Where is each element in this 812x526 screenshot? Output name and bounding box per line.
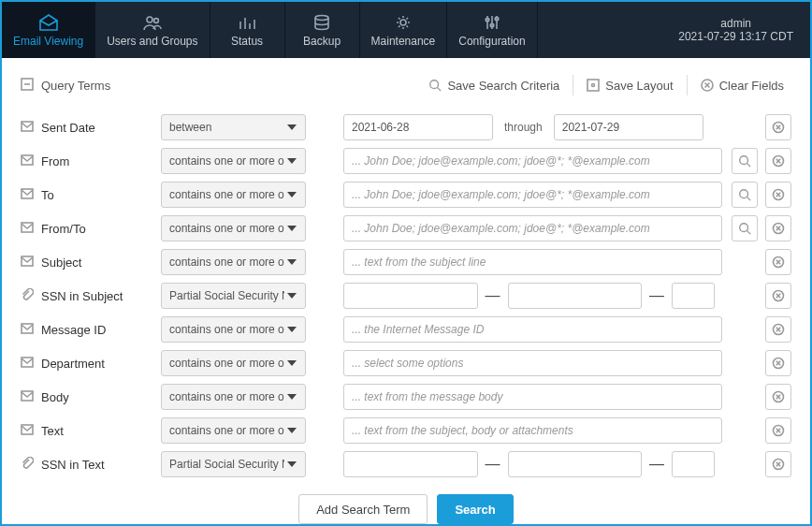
input-from-to[interactable] (343, 215, 722, 241)
op-subject[interactable]: contains one or more of (161, 249, 306, 275)
op-message-id[interactable]: contains one or more of (161, 316, 306, 343)
lookup-button[interactable] (732, 215, 758, 241)
envelope-icon (21, 357, 34, 371)
dash: — (649, 287, 664, 304)
remove-row-button[interactable] (765, 316, 791, 343)
svg-point-21 (740, 224, 748, 232)
svg-point-3 (400, 20, 406, 25)
through-label: through (500, 121, 546, 134)
op-department[interactable]: contains one or more of (161, 350, 306, 376)
row-ssn-text: SSN in Text Partial Social Security Numb… (21, 451, 791, 477)
top-nav: Email Viewing Users and Groups Status Ba… (2, 2, 810, 58)
dash: — (649, 456, 664, 473)
label-department: Department (41, 357, 105, 371)
label-body: Body (41, 390, 69, 404)
envelope-icon (21, 188, 34, 202)
nav-maintenance[interactable]: Maintenance (360, 2, 448, 58)
input-ssn3[interactable] (672, 451, 715, 477)
save-search-label: Save Search Criteria (447, 79, 559, 93)
attachment-icon (21, 457, 34, 473)
attachment-icon (21, 288, 34, 304)
nav-email-viewing[interactable]: Email Viewing (2, 2, 95, 58)
envelope-icon (21, 154, 34, 168)
nav-username: admin (720, 17, 751, 30)
remove-row-button[interactable] (765, 148, 791, 174)
add-search-term-button[interactable]: Add Search Term (298, 494, 428, 524)
save-layout-button[interactable]: Save Layout (579, 79, 680, 93)
nav-status[interactable]: Status (210, 2, 285, 58)
op-ssn-subject[interactable]: Partial Social Security Number (161, 283, 306, 309)
envelope-icon (21, 222, 34, 236)
input-subject[interactable] (343, 249, 722, 275)
nav-users-groups[interactable]: Users and Groups (95, 2, 210, 58)
input-date-from[interactable] (343, 114, 493, 140)
dash: — (486, 287, 500, 304)
op-to[interactable]: contains one or more of (161, 182, 306, 208)
op-from[interactable]: contains one or more of (161, 148, 306, 174)
svg-rect-9 (587, 80, 599, 91)
row-to: To contains one or more of (21, 182, 791, 208)
remove-row-button[interactable] (765, 215, 791, 241)
envelope-open-icon (38, 13, 59, 32)
search-button[interactable]: Search (437, 494, 513, 524)
input-ssn2[interactable] (508, 451, 643, 477)
op-body[interactable]: contains one or more of (161, 384, 306, 410)
envelope-icon (21, 424, 34, 438)
remove-row-button[interactable] (765, 350, 791, 376)
label-ssn-subject: SSN in Subject (41, 289, 123, 303)
row-department: Department contains one or more of (21, 350, 791, 376)
nav-configuration[interactable]: Configuration (447, 2, 537, 58)
op-ssn-text[interactable]: Partial Social Security Number (161, 451, 306, 477)
users-icon (142, 13, 163, 32)
input-from[interactable] (343, 148, 722, 174)
row-sent-date: Sent Date between through (21, 114, 791, 140)
remove-row-button[interactable] (765, 417, 791, 444)
database-icon (312, 13, 331, 32)
clear-icon (701, 79, 714, 92)
op-from-to[interactable]: contains one or more of (161, 215, 306, 241)
svg-point-10 (592, 84, 595, 87)
nav-label: Maintenance (371, 35, 436, 48)
query-terms-toggle[interactable]: Query Terms (21, 78, 110, 94)
dash: — (486, 456, 500, 473)
remove-row-button[interactable] (765, 249, 791, 275)
label-from: From (41, 154, 69, 168)
lookup-button[interactable] (732, 182, 758, 208)
remove-row-button[interactable] (765, 451, 791, 477)
input-body[interactable] (343, 384, 722, 410)
remove-row-button[interactable] (765, 283, 791, 309)
input-ssn3[interactable] (672, 283, 715, 309)
nav-backup[interactable]: Backup (285, 2, 360, 58)
svg-point-18 (740, 190, 748, 198)
svg-point-0 (147, 17, 152, 22)
envelope-icon (21, 390, 34, 404)
label-text: Text (41, 424, 64, 438)
input-ssn1[interactable] (343, 451, 478, 477)
input-message-id[interactable] (343, 316, 722, 343)
label-to: To (41, 188, 54, 202)
search-icon (428, 79, 442, 92)
input-department[interactable] (343, 350, 722, 376)
row-subject: Subject contains one or more of (21, 249, 791, 275)
remove-row-button[interactable] (765, 182, 791, 208)
lookup-button[interactable] (732, 148, 758, 174)
envelope-icon (21, 256, 34, 270)
input-text[interactable] (343, 417, 722, 444)
clear-fields-button[interactable]: Clear Fields (693, 79, 791, 93)
gear-icon (394, 13, 413, 32)
input-date-to[interactable] (554, 114, 703, 140)
input-ssn1[interactable] (343, 283, 478, 309)
input-to[interactable] (343, 182, 722, 208)
remove-row-button[interactable] (765, 384, 791, 410)
envelope-icon (21, 323, 34, 337)
label-subject: Subject (41, 256, 81, 270)
row-message-id: Message ID contains one or more of (21, 316, 791, 343)
op-text[interactable]: contains one or more of (161, 417, 306, 444)
op-sent-date[interactable]: between (161, 114, 306, 140)
remove-row-button[interactable] (765, 114, 791, 140)
svg-point-1 (153, 18, 158, 22)
input-ssn2[interactable] (508, 283, 643, 309)
save-search-button[interactable]: Save Search Criteria (421, 79, 567, 93)
svg-point-2 (315, 15, 328, 20)
label-from-to: From/To (41, 222, 86, 236)
